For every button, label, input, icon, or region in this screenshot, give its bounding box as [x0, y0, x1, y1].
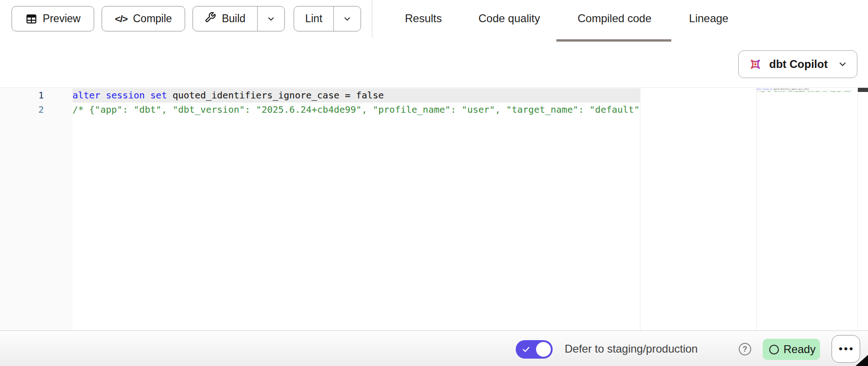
status-circle-icon: [769, 345, 779, 354]
minimap-line: /* {"app": "dbt", "dbt_version": "2025.6…: [757, 90, 857, 92]
dbt-copilot-button[interactable]: dbt Copilot: [738, 50, 857, 78]
table-icon: [25, 13, 37, 25]
tab-compiled-code[interactable]: Compiled code: [578, 0, 651, 37]
lint-button[interactable]: Lint: [294, 6, 333, 31]
lint-dropdown-button[interactable]: [333, 6, 361, 31]
toggle-knob[interactable]: [536, 342, 551, 357]
status-bar: Defer to staging/production ? Ready •••: [0, 330, 868, 366]
code-line[interactable]: 2/* {"app": "dbt", "dbt_version": "2025.…: [0, 103, 640, 117]
tab-code-quality[interactable]: Code quality: [478, 0, 540, 37]
build-split-button: Build: [193, 6, 285, 31]
lint-split-button: Lint: [294, 6, 361, 31]
active-tab-underline: [556, 39, 671, 42]
dbt-copilot-sparkle-icon: [748, 57, 763, 72]
defer-toggle[interactable]: [516, 340, 553, 359]
check-icon: [522, 345, 530, 355]
scrollbar-thumb[interactable]: [858, 88, 868, 92]
ready-status-badge[interactable]: Ready: [763, 339, 820, 360]
toolbar: Preview </> Compile Build Lint: [0, 0, 868, 87]
build-button-label: Build: [222, 12, 245, 25]
chevron-down-icon: [266, 14, 276, 24]
build-button[interactable]: Build: [193, 6, 257, 31]
chevron-down-icon: [838, 59, 848, 69]
code-text: /* {"app": "dbt", "dbt_version": "2025.6…: [72, 103, 640, 117]
chevron-down-icon: [343, 14, 352, 24]
compile-button-label: Compile: [133, 12, 172, 25]
build-dropdown-button[interactable]: [257, 6, 284, 31]
cursor-wedge: [855, 355, 868, 366]
minimap[interactable]: alter session set quoted_identifiers_ign…: [756, 88, 857, 330]
help-icon[interactable]: ?: [739, 343, 751, 355]
code-content[interactable]: 1alter session set quoted_identifiers_ig…: [0, 88, 640, 117]
tab-results[interactable]: Results: [405, 0, 442, 37]
editor-scrollbar[interactable]: [857, 88, 868, 330]
wrench-icon: [205, 12, 216, 26]
compile-button[interactable]: </> Compile: [102, 6, 185, 31]
tab-lineage[interactable]: Lineage: [689, 0, 728, 37]
lint-button-label: Lint: [305, 12, 322, 25]
preview-button[interactable]: Preview: [12, 6, 94, 31]
code-line[interactable]: 1alter session set quoted_identifiers_ig…: [0, 88, 640, 103]
defer-label: Defer to staging/production: [565, 331, 698, 366]
code-text: alter session set quoted_identifiers_ign…: [72, 88, 640, 103]
line-number: 2: [0, 103, 44, 117]
line-number-gutter: [0, 88, 72, 330]
minimap-content: alter session set quoted_identifiers_ign…: [757, 88, 857, 92]
code-brackets-icon: </>: [115, 13, 127, 24]
compiled-code-editor[interactable]: 1alter session set quoted_identifiers_ig…: [0, 87, 868, 330]
editor-content-edge: [640, 88, 640, 330]
ready-status-label: Ready: [784, 343, 815, 356]
toolbar-divider: [372, 0, 373, 38]
line-number: 1: [0, 88, 44, 103]
dbt-copilot-label: dbt Copilot: [769, 58, 838, 71]
preview-button-label: Preview: [43, 12, 81, 25]
